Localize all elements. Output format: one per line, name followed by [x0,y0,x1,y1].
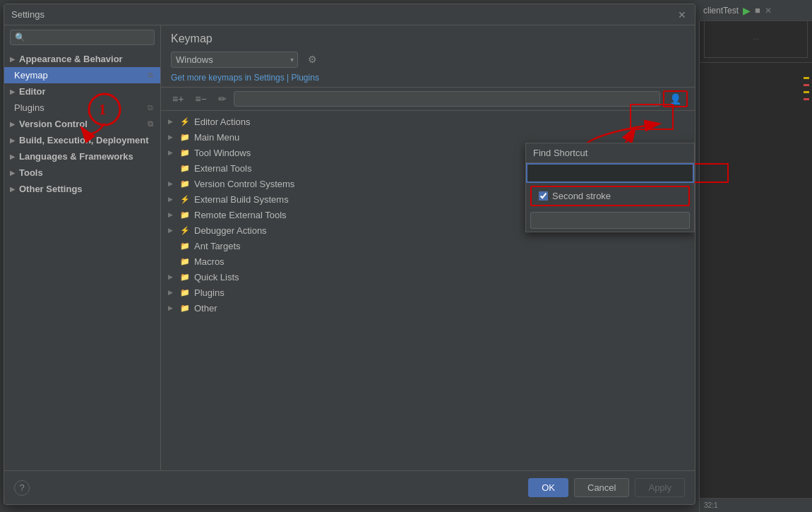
folder-icon: 📁 [179,131,191,143]
expand-icon: ▶ [168,227,179,234]
tree-item-label: Plugins [194,287,688,298]
sidebar-item-label: Plugins [14,102,44,113]
expand-icon: ▶ [168,289,179,296]
collapse-all-button[interactable]: ≡− [191,91,210,107]
tree-item-quick-lists[interactable]: ▶ 📁 Quick Lists [161,269,695,285]
expand-icon: ▶ [168,180,179,187]
dialog-body: ▶ Appearance & Behavior Keymap ⧉ ▶ Edito… [4,25,695,470]
sidebar-item-label: Tools [19,167,43,178]
sidebar-item-label: Build, Execution, Deployment [19,135,148,145]
copy-icon[interactable]: ⧉ [148,71,153,80]
ok-button[interactable]: OK [528,478,568,497]
keymap-select[interactable]: Windows Mac OS X Default Emacs [171,52,298,68]
folder-icon: 📁 [179,256,191,267]
chevron-icon: ▶ [10,169,15,177]
expand-all-button[interactable]: ≡+ [168,91,188,107]
get-more-link[interactable]: Get more keymaps in Settings | Plugins [171,73,319,83]
folder-icon: 📁 [179,302,191,314]
tree-item-editor-actions[interactable]: ▶ ⚡ Editor Actions [161,114,695,129]
sidebar-item-label: Appearance & Behavior [19,54,123,64]
close-button[interactable]: ✕ [676,9,688,20]
tree-item-label: Macros [194,256,688,267]
copy-icon[interactable]: ⧉ [148,119,153,129]
get-more-row: Get more keymaps in Settings | Plugins [171,72,685,83]
action-icon: ⚡ [179,194,191,205]
dialog-title: Settings [11,9,44,20]
expand-icon: ▶ [168,211,179,218]
action-icon: ⚡ [179,225,191,236]
folder-icon: 📁 [179,162,191,174]
find-shortcut-icon: 👤 [669,93,681,105]
chevron-icon: ▶ [10,88,15,95]
sidebar-item-label: Editor [19,86,46,97]
folder-icon: 📁 [179,178,191,189]
tree-item-other[interactable]: ▶ 📁 Other [161,300,695,316]
chevron-icon: ▶ [10,56,15,63]
second-stroke-label[interactable]: Second stroke [552,191,611,201]
sidebar-item-build-execution[interactable]: ▶ Build, Execution, Deployment [4,132,160,148]
popup-header: Find Shortcut [526,143,694,163]
chevron-icon: ▶ [10,121,15,128]
sidebar-item-version-control[interactable]: ▶ Version Control ⧉ [4,116,160,132]
sidebar-item-label: Other Settings [19,184,83,194]
sidebar-item-keymap[interactable]: Keymap ⧉ [4,67,160,83]
tree-item-label: Main Menu [194,132,688,143]
content-title: Keymap [171,32,685,45]
expand-icon: ▶ [168,273,179,280]
search-input[interactable] [234,91,660,107]
get-more-text: Get more keymaps in Settings | Plugins [171,73,319,83]
copy-icon[interactable]: ⧉ [148,103,153,112]
chevron-icon: ▶ [10,137,15,144]
find-shortcut-popup: Find Shortcut Second stroke [525,143,695,232]
shortcut-input[interactable] [526,163,694,183]
tree-item-ant-targets[interactable]: 📁 Ant Targets [161,238,695,254]
sidebar-item-label: Languages & Frameworks [19,151,133,162]
help-button[interactable]: ? [14,480,30,496]
gear-button[interactable]: ⚙ [304,51,321,68]
folder-icon: 📁 [179,209,191,220]
sidebar-item-label: Version Control [19,119,88,129]
tree-item-label: Editor Actions [194,117,688,127]
sidebar-search-input[interactable] [10,30,155,45]
folder-icon: 📁 [179,287,191,298]
tree-item-label: Quick Lists [194,272,688,282]
folder-icon: 📁 [179,271,191,282]
expand-icon: ▶ [168,133,179,141]
sidebar-item-other-settings[interactable]: ▶ Other Settings [4,181,160,197]
content-header: Keymap Windows Mac OS X Default Emacs ⚙ [161,25,695,88]
cancel-button[interactable]: Cancel [574,478,629,497]
expand-icon: ▶ [168,304,179,311]
sidebar: ▶ Appearance & Behavior Keymap ⧉ ▶ Edito… [4,25,161,470]
folder-icon: 📁 [179,147,191,158]
dialog-titlebar: Settings ✕ [4,4,695,25]
sidebar-item-appearance[interactable]: ▶ Appearance & Behavior [4,51,160,67]
action-icon: ⚡ [179,116,191,127]
sidebar-item-label: Keymap [14,70,48,81]
chevron-icon: ▶ [10,186,15,193]
dialog-footer: ? OK Cancel Apply [4,470,695,504]
tree-item-label: Other [194,303,688,314]
second-stroke-row: Second stroke [530,186,690,206]
chevron-icon: ▶ [10,153,15,160]
second-stroke-checkbox[interactable] [539,191,548,201]
sidebar-item-editor[interactable]: ▶ Editor [4,83,160,100]
action-toolbar: ≡+ ≡− ✏ 👤 [161,88,695,111]
content-area: Keymap Windows Mac OS X Default Emacs ⚙ [161,25,695,470]
expand-icon: ▶ [168,118,179,125]
keymap-row: Windows Mac OS X Default Emacs ⚙ [171,51,685,68]
edit-button[interactable]: ✏ [214,91,231,107]
expand-icon: ▶ [168,196,179,203]
apply-button[interactable]: Apply [635,478,685,497]
folder-icon: 📁 [179,240,191,251]
tree-item-label: Ant Targets [194,241,688,251]
second-stroke-search-input[interactable] [530,212,690,229]
popup-title: Find Shortcut [533,148,587,158]
find-shortcut-button[interactable]: 👤 [663,90,688,107]
settings-dialog: Settings ✕ ▶ Appearance & Behavior Keyma… [4,4,695,505]
sidebar-item-tools[interactable]: ▶ Tools [4,165,160,181]
tree-item-macros[interactable]: 📁 Macros [161,254,695,269]
keymap-select-wrapper: Windows Mac OS X Default Emacs [171,52,298,68]
sidebar-item-plugins[interactable]: Plugins ⧉ [4,100,160,116]
sidebar-item-languages[interactable]: ▶ Languages & Frameworks [4,148,160,165]
tree-item-plugins[interactable]: ▶ 📁 Plugins [161,285,695,300]
